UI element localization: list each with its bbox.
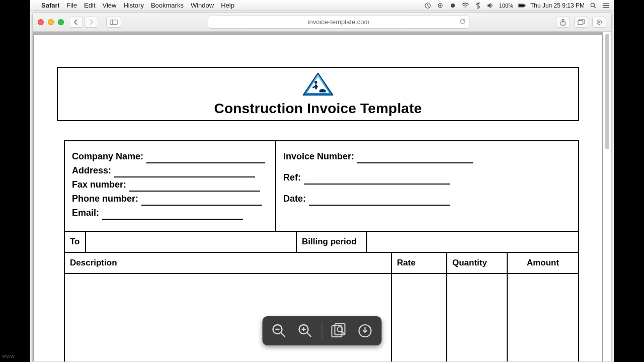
document-page: Construction Invoice Template Company Na… <box>34 35 602 361</box>
svg-point-7 <box>591 3 594 7</box>
field-date: Date: <box>283 192 568 206</box>
field-company-name: Company Name: <box>72 149 265 163</box>
field-phone: Phone number: <box>72 192 265 206</box>
field-invoice-number: Invoice Number: <box>283 149 568 163</box>
company-details-pane: Company Name: Address: Fax number: Phone… <box>65 141 276 231</box>
zoom-in-button[interactable] <box>296 321 315 340</box>
field-email: Email: <box>72 206 265 220</box>
battery-percent: 100% <box>499 3 513 9</box>
menubar-app-name[interactable]: Safari <box>41 2 59 9</box>
svg-point-12 <box>599 21 600 23</box>
menu-help[interactable]: Help <box>221 2 234 9</box>
open-in-preview-button[interactable] <box>330 321 349 340</box>
share-button[interactable] <box>556 17 570 28</box>
safari-window: invoice-template.com <box>32 12 612 362</box>
billing-period-label: Billing period <box>297 232 367 252</box>
field-fax: Fax number: <box>72 177 265 192</box>
safari-toolbar: invoice-template.com <box>33 13 611 32</box>
back-button[interactable] <box>69 17 83 28</box>
menu-view[interactable]: View <box>103 2 117 9</box>
invoice-header-box: Construction Invoice Template <box>57 67 579 121</box>
svg-point-2 <box>440 5 441 6</box>
billing-period-value-cell <box>367 232 578 252</box>
bluetooth-icon[interactable] <box>474 2 482 10</box>
menu-bookmarks[interactable]: Bookmarks <box>151 2 184 9</box>
svg-point-13 <box>314 81 317 84</box>
menu-history[interactable]: History <box>123 2 143 9</box>
svg-rect-6 <box>525 5 525 6</box>
field-address: Address: <box>72 163 265 177</box>
zoom-out-button[interactable] <box>270 321 289 340</box>
notification-center-icon[interactable] <box>602 2 610 10</box>
menu-button[interactable] <box>592 17 606 28</box>
macos-menubar: Safari File Edit View History Bookmarks … <box>30 0 614 11</box>
zoom-window-button[interactable] <box>58 19 64 25</box>
construction-icon <box>300 71 336 98</box>
download-button[interactable] <box>356 321 375 340</box>
menu-file[interactable]: File <box>66 2 77 9</box>
locate-icon[interactable] <box>436 2 444 10</box>
to-value-cell <box>86 232 297 252</box>
svg-rect-8 <box>110 20 117 24</box>
close-window-button[interactable] <box>38 19 44 25</box>
sidebar-toggle-button[interactable] <box>106 17 121 28</box>
battery-icon[interactable] <box>518 2 526 10</box>
volume-icon[interactable] <box>487 2 495 10</box>
wifi-icon[interactable] <box>461 2 469 10</box>
pdf-canvas: Construction Invoice Template Company Na… <box>33 32 603 361</box>
col-description: Description <box>65 253 392 273</box>
svg-point-3 <box>451 4 455 8</box>
svg-rect-10 <box>578 20 583 24</box>
svg-rect-5 <box>518 4 524 6</box>
col-quantity: Quantity <box>447 253 508 273</box>
record-icon[interactable] <box>449 2 457 10</box>
tabs-button[interactable] <box>574 17 588 28</box>
address-bar[interactable]: invoice-template.com <box>208 16 469 29</box>
toolbar-separator <box>322 322 323 339</box>
col-rate: Rate <box>392 253 447 273</box>
field-ref: Ref: <box>283 170 568 185</box>
window-controls <box>38 19 64 25</box>
minimize-window-button[interactable] <box>48 19 54 25</box>
pdf-floating-toolbar <box>263 316 382 345</box>
menu-edit[interactable]: Edit <box>84 2 95 9</box>
to-label: To <box>65 232 86 252</box>
to-billing-row: To Billing period <box>64 232 579 253</box>
col-amount: Amount <box>508 253 578 273</box>
clock-icon[interactable] <box>424 2 432 10</box>
menu-window[interactable]: Window <box>191 2 214 9</box>
address-bar-text: invoice-template.com <box>308 18 370 26</box>
scrollbar-thumb[interactable] <box>605 34 609 149</box>
vertical-scrollbar[interactable] <box>604 34 610 359</box>
line-items-header: Description Rate Quantity Amount <box>64 253 579 274</box>
svg-point-11 <box>597 20 602 24</box>
menubar-datetime[interactable]: Thu Jun 25 9:13 PM <box>530 2 585 9</box>
forward-button[interactable] <box>84 17 98 28</box>
company-invoice-details: Company Name: Address: Fax number: Phone… <box>64 140 579 232</box>
spotlight-search-icon[interactable] <box>589 2 597 10</box>
watermark-text: www <box>2 353 15 359</box>
invoice-title: Construction Invoice Template <box>214 101 422 117</box>
reload-icon[interactable] <box>459 18 466 26</box>
invoice-meta-pane: Invoice Number: Ref: Date: <box>276 141 578 231</box>
